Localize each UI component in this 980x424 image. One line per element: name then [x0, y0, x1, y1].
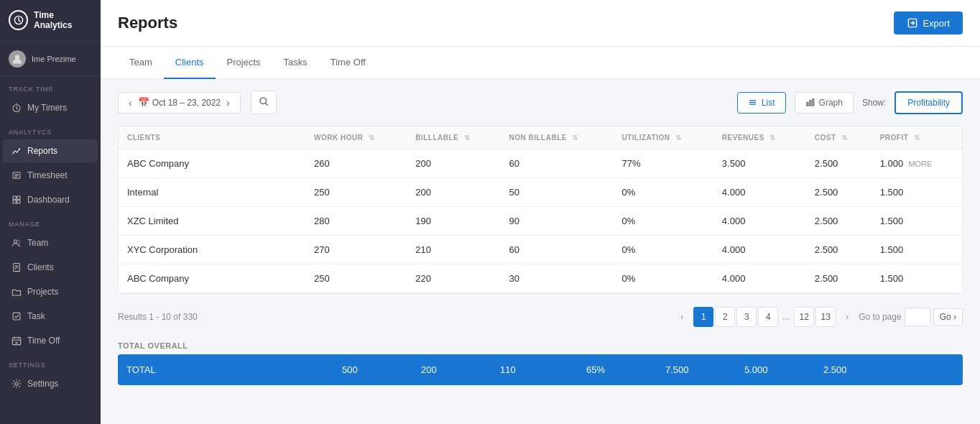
sidebar-item-reports[interactable]: Reports: [3, 139, 98, 162]
graph-view-button[interactable]: Graph: [795, 92, 854, 114]
page-13-button[interactable]: 13: [815, 307, 836, 327]
cell-cost: 2.500: [806, 149, 872, 178]
main-content: Reports Export Team Clients Projects Tas…: [101, 0, 980, 424]
cell-work-hour: 250: [305, 264, 407, 293]
cell-non-billable: 30: [501, 264, 614, 293]
sort-icon[interactable]: ⇅: [572, 134, 578, 142]
svg-rect-33: [809, 101, 810, 106]
cell-billable: 220: [407, 264, 500, 293]
tab-projects[interactable]: Projects: [216, 47, 272, 79]
calendar-icon: 📅: [138, 97, 149, 108]
export-button[interactable]: Export: [894, 11, 963, 34]
sort-icon[interactable]: ⇅: [769, 134, 776, 142]
sidebar-item-my-timers[interactable]: My Timers: [3, 96, 98, 119]
folder-icon: [11, 287, 22, 297]
total-section-label: TOTAL OVERALL: [118, 334, 963, 354]
tab-time-off[interactable]: Time Off: [319, 47, 377, 79]
cell-utilization: 0%: [613, 264, 713, 293]
cell-client: ABC Company: [119, 149, 305, 178]
sidebar-item-clients[interactable]: Clients: [3, 256, 98, 279]
list-view-label: List: [762, 98, 775, 108]
search-icon: [259, 96, 269, 106]
svg-point-27: [260, 98, 266, 103]
cell-cost: 2.500: [806, 236, 872, 264]
goto-page: Go to page Go ›: [859, 308, 963, 326]
tab-tasks[interactable]: Tasks: [272, 47, 319, 79]
cell-billable: 210: [407, 236, 500, 264]
svg-line-28: [265, 103, 267, 105]
sidebar-item-label: My Timers: [27, 103, 67, 113]
table-row: ABC Company 260 200 60 77% 3.500 2.500 1…: [119, 149, 962, 178]
sidebar-item-team[interactable]: Team: [3, 231, 98, 254]
toolbar: ‹ 📅 Oct 18 – 23, 2022 › List Graph: [118, 91, 963, 114]
cell-revenues: 4.000: [713, 264, 806, 293]
date-next-button[interactable]: ›: [223, 97, 233, 109]
tab-team[interactable]: Team: [118, 47, 164, 79]
page-next-button[interactable]: ›: [837, 307, 857, 327]
sort-icon[interactable]: ⇅: [369, 134, 375, 142]
sort-icon[interactable]: ⇅: [464, 134, 471, 142]
page-4-button[interactable]: 4: [758, 307, 778, 327]
sidebar-item-task[interactable]: Task: [3, 305, 98, 328]
svg-rect-18: [12, 338, 20, 345]
grid-icon: [11, 195, 22, 205]
cell-non-billable: 60: [501, 236, 614, 264]
col-clients: CLIENTS: [119, 126, 305, 149]
sidebar-item-label: Dashboard: [27, 195, 70, 205]
total-billable: 200: [407, 364, 486, 375]
page-prev-button[interactable]: ‹: [672, 307, 692, 327]
col-work-hour: WORK HOUR ⇅: [305, 126, 407, 149]
col-revenues: REVENUES ⇅: [713, 126, 806, 149]
cell-utilization: 77%: [613, 149, 713, 178]
svg-point-12: [14, 240, 17, 243]
total-utilization: 65%: [572, 364, 651, 375]
date-prev-button[interactable]: ‹: [126, 97, 135, 109]
table-row: XZC Limited 280 190 90 0% 4.000 2.500 1.…: [119, 207, 962, 236]
more-link[interactable]: MORE: [908, 160, 932, 168]
page-12-button[interactable]: 12: [794, 307, 814, 327]
svg-rect-8: [13, 196, 16, 199]
sort-icon[interactable]: ⇅: [841, 134, 848, 142]
svg-point-3: [19, 148, 20, 149]
user-name: Ime Prezime: [32, 55, 76, 63]
cell-revenues: 3.500: [713, 149, 806, 178]
cell-client: ABC Company: [119, 264, 305, 293]
page-1-button[interactable]: 1: [693, 307, 713, 327]
svg-rect-34: [812, 99, 813, 106]
sidebar-item-time-off[interactable]: Time Off: [3, 329, 98, 352]
profitability-button[interactable]: Profitability: [895, 91, 963, 114]
page-header: Reports Export: [101, 0, 980, 47]
total-revenues: 7.500: [651, 364, 730, 375]
cell-profit: 1.500: [872, 178, 962, 207]
cell-profit: 1.500: [872, 207, 962, 236]
cell-non-billable: 60: [501, 149, 614, 178]
sidebar-item-label: Team: [27, 238, 48, 248]
chart-icon: [11, 146, 22, 156]
page-3-button[interactable]: 3: [736, 307, 757, 327]
goto-button[interactable]: Go ›: [933, 308, 963, 326]
svg-point-24: [15, 382, 18, 385]
total-row-label: TOTAL: [126, 364, 328, 375]
date-range-picker[interactable]: ‹ 📅 Oct 18 – 23, 2022 ›: [118, 92, 241, 114]
view-controls: List Graph Show: Profitability: [737, 91, 963, 114]
sidebar-item-settings[interactable]: Settings: [3, 372, 98, 395]
svg-rect-10: [13, 200, 16, 203]
total-profit: 2.500: [809, 364, 954, 375]
col-profit: PROFIT ⇅: [872, 126, 962, 149]
list-view-button[interactable]: List: [737, 92, 786, 114]
manage-section-label: MANAGE: [0, 212, 101, 231]
sort-icon[interactable]: ⇅: [675, 134, 682, 142]
goto-input[interactable]: [905, 308, 930, 326]
sidebar-item-timesheet[interactable]: Timesheet: [3, 164, 98, 187]
sidebar-item-projects[interactable]: Projects: [3, 280, 98, 303]
tabs-bar: Team Clients Projects Tasks Time Off: [101, 47, 980, 79]
cell-billable: 200: [407, 149, 500, 178]
sort-icon[interactable]: ⇅: [914, 134, 920, 142]
col-cost: COST ⇅: [806, 126, 872, 149]
page-2-button[interactable]: 2: [715, 307, 735, 327]
tab-clients[interactable]: Clients: [164, 47, 216, 79]
graph-view-icon: [805, 98, 815, 107]
search-button[interactable]: [251, 91, 277, 114]
logo-icon: [9, 10, 28, 30]
sidebar-item-dashboard[interactable]: Dashboard: [3, 188, 98, 211]
